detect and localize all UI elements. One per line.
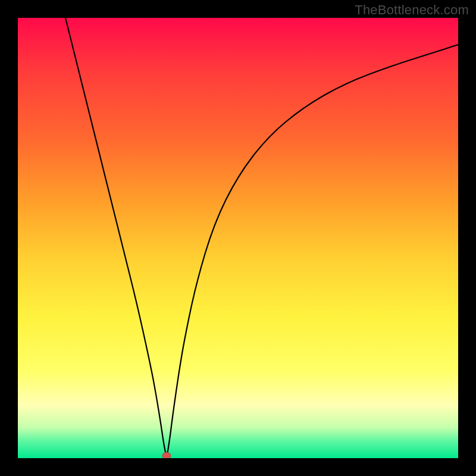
watermark-text: TheBottleneck.com [355,2,469,18]
chart-frame: TheBottleneck.com [0,0,476,476]
minimum-marker [162,452,171,458]
plot-area [18,18,458,458]
bottleneck-curve [65,18,458,454]
plot-svg [18,18,458,458]
